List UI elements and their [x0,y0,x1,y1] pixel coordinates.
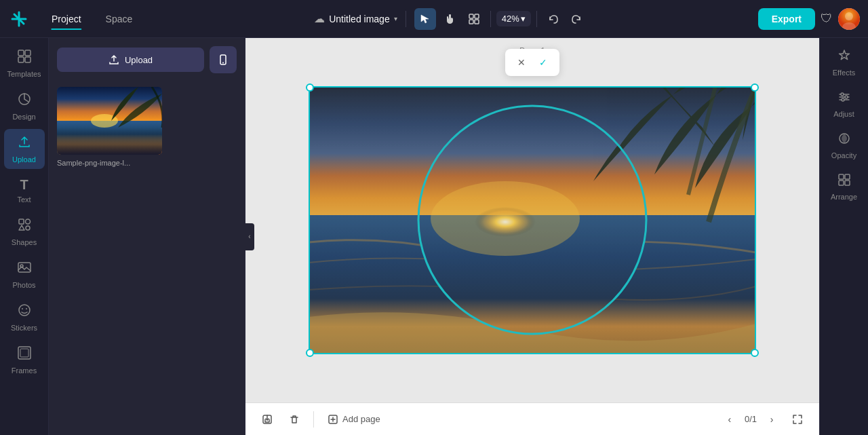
hand-tool-button[interactable] [439,8,460,30]
sidebar-item-stickers[interactable]: Stickers [4,297,45,337]
page-navigation: ‹ 0/1 › [720,410,781,429]
context-toolbar: ✕ ✓ [505,49,559,76]
delete-button[interactable] [283,409,305,430]
sidebar-item-shapes[interactable]: Shapes [4,212,45,252]
photos-icon [17,260,32,278]
left-sidebar: Templates Design Upload T Text [0,38,49,435]
stickers-icon [17,303,32,321]
sidebar-item-label: Templates [7,70,41,78]
svg-point-27 [222,62,224,64]
canvas-image [309,86,756,354]
svg-point-23 [26,308,27,309]
sidebar-item-upload[interactable]: Upload [4,129,45,169]
svg-marker-17 [19,225,24,230]
shapes-icon [17,217,32,235]
sidebar-item-label: Stickers [11,324,37,332]
sidebar-item-label: Frames [12,366,37,375]
canvas-area: Page 1 ✕ ✓ [245,38,819,435]
document-title: Untitled image [329,14,390,24]
adjust-icon [837,90,851,107]
design-icon [17,92,32,110]
sidebar-item-photos[interactable]: Photos [4,254,45,295]
topbar-tabs: Project Space [41,10,143,29]
collapse-panel-button[interactable]: ‹ [245,223,254,250]
svg-rect-11 [25,50,31,56]
svg-point-45 [845,96,848,98]
add-page-button[interactable]: Add page [322,411,386,428]
user-avatar[interactable] [838,8,860,30]
fullscreen-button[interactable] [787,409,808,430]
bottom-bar: Add page ‹ 0/1 › [245,402,819,435]
separator [536,11,537,27]
sidebar-item-label: Photos [12,281,35,289]
thumbnail-item[interactable]: Sample-png-image-l... [57,87,237,167]
panel-header: Upload [49,38,245,81]
topbar: Project Space ☁ Untitled image ▾ [0,0,868,38]
next-page-button[interactable]: › [762,410,781,429]
undo-button[interactable] [542,8,564,30]
separator [490,11,491,27]
separator [313,411,314,428]
right-item-opacity[interactable]: Opacity [824,126,865,165]
right-item-label: Effects [833,69,855,77]
cloud-icon: ☁ [314,12,325,25]
arrange-icon [837,173,851,190]
sidebar-item-label: Shapes [12,238,37,246]
zoom-value: 42% [502,14,519,24]
prev-page-button[interactable]: ‹ [720,410,739,429]
redo-button[interactable] [566,8,587,30]
panel-content: Sample-png-image-l... [49,81,245,435]
export-button[interactable]: Export [758,8,815,30]
right-item-label: Opacity [831,151,856,159]
zoom-control[interactable]: 42% ▾ [496,11,531,26]
sidebar-item-label: Upload [12,155,36,164]
right-item-effects[interactable]: Effects [824,43,865,82]
right-item-label: Adjust [833,110,854,118]
svg-rect-49 [845,174,850,179]
crop-confirm-button[interactable]: ✓ [534,53,553,72]
right-item-label: Arrange [831,193,857,201]
undo-redo-group [542,8,587,30]
svg-rect-10 [18,50,24,56]
tab-project[interactable]: Project [41,10,92,29]
select-tool-button[interactable] [414,8,436,30]
main-area: Templates Design Upload T Text [0,38,868,435]
canvas-frame[interactable] [309,86,756,354]
upload-button[interactable]: Upload [57,48,204,72]
svg-rect-12 [18,57,24,62]
title-area[interactable]: ☁ Untitled image ▾ [314,12,397,25]
sidebar-item-design[interactable]: Design [4,86,45,126]
svg-point-44 [841,93,844,96]
frames-icon [17,345,32,364]
svg-rect-48 [839,174,844,179]
sidebar-item-label: Design [12,113,35,121]
right-item-arrange[interactable]: Arrange [824,168,865,206]
sidebar-item-templates[interactable]: Templates [4,43,45,83]
crop-cancel-button[interactable]: ✕ [512,53,531,72]
sidebar-item-label: Text [17,195,31,204]
svg-point-22 [22,308,23,309]
right-item-adjust[interactable]: Adjust [824,85,865,124]
mobile-view-button[interactable] [210,46,237,73]
svg-rect-6 [475,20,479,24]
thumbnail-preview [57,87,162,155]
sidebar-item-text[interactable]: T Text [4,172,45,209]
effects-icon [837,49,851,66]
svg-rect-25 [20,349,28,357]
svg-rect-3 [469,14,473,18]
layout-tool-button[interactable] [463,8,485,30]
title-chevron-icon: ▾ [394,15,397,22]
text-icon: T [20,177,28,193]
svg-rect-15 [19,219,24,224]
page-counter: 0/1 [745,414,757,424]
logo[interactable] [8,8,30,30]
svg-rect-18 [26,226,30,230]
save-to-cloud-button[interactable] [256,409,278,430]
left-panel: Upload [49,38,245,435]
shield-icon[interactable]: 🛡 [821,12,833,26]
svg-rect-41 [309,86,756,354]
sidebar-item-frames[interactable]: Frames [4,340,45,380]
svg-rect-5 [469,20,473,24]
svg-point-8 [845,12,853,20]
tab-space[interactable]: Space [95,10,144,29]
